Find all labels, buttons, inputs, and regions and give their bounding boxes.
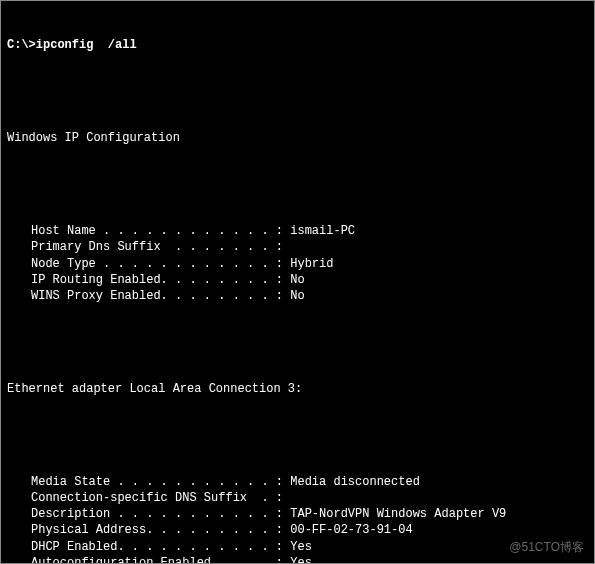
config-value: No: [283, 273, 305, 287]
command-prompt: C:\>ipconfig /all: [7, 37, 588, 53]
config-label: WINS Proxy Enabled. . . . . . . . :: [31, 289, 283, 303]
terminal-output[interactable]: C:\>ipconfig /all Windows IP Configurati…: [1, 1, 594, 564]
adapter3-header: Ethernet adapter Local Area Connection 3…: [7, 381, 588, 397]
adapter3-rows: Media State . . . . . . . . . . . : Medi…: [7, 474, 588, 564]
config-label: Description . . . . . . . . . . . :: [31, 507, 283, 521]
config-value: Hybrid: [283, 257, 333, 271]
config-label: Primary Dns Suffix . . . . . . . :: [31, 240, 283, 254]
config-value: No: [283, 289, 305, 303]
config-label: Node Type . . . . . . . . . . . . :: [31, 257, 283, 271]
config-label: Autoconfiguration Enabled . . . . :: [31, 556, 283, 564]
prompt-text: C:\>ipconfig /all: [7, 38, 137, 52]
config-row: Physical Address. . . . . . . . . : 00-F…: [7, 522, 588, 538]
config-row: Autoconfiguration Enabled . . . . : Yes: [7, 555, 588, 564]
blank-line: [7, 86, 588, 98]
config-row: Connection-specific DNS Suffix . :: [7, 490, 588, 506]
config-row: Node Type . . . . . . . . . . . . : Hybr…: [7, 256, 588, 272]
config-row: WINS Proxy Enabled. . . . . . . . : No: [7, 288, 588, 304]
main-config-rows: Host Name . . . . . . . . . . . . : isma…: [7, 223, 588, 304]
config-value: ismail-PC: [283, 224, 355, 238]
config-label: Host Name . . . . . . . . . . . . :: [31, 224, 283, 238]
config-row: IP Routing Enabled. . . . . . . . : No: [7, 272, 588, 288]
config-row: DHCP Enabled. . . . . . . . . . . : Yes: [7, 539, 588, 555]
config-value: Yes: [283, 556, 312, 564]
blank-line: [7, 179, 588, 191]
config-value: 00-FF-02-73-91-04: [283, 523, 413, 537]
blank-line: [7, 337, 588, 349]
config-row: Host Name . . . . . . . . . . . . : isma…: [7, 223, 588, 239]
blank-line: [7, 430, 588, 442]
config-label: Media State . . . . . . . . . . . :: [31, 475, 283, 489]
config-value: TAP-NordVPN Windows Adapter V9: [283, 507, 506, 521]
config-label: Physical Address. . . . . . . . . :: [31, 523, 283, 537]
config-row: Primary Dns Suffix . . . . . . . :: [7, 239, 588, 255]
config-label: DHCP Enabled. . . . . . . . . . . :: [31, 540, 283, 554]
config-label: IP Routing Enabled. . . . . . . . :: [31, 273, 283, 287]
config-value: Media disconnected: [283, 475, 420, 489]
config-value: Yes: [283, 540, 312, 554]
config-header: Windows IP Configuration: [7, 130, 588, 146]
config-label: Connection-specific DNS Suffix . :: [31, 491, 283, 505]
config-row: Description . . . . . . . . . . . : TAP-…: [7, 506, 588, 522]
config-row: Media State . . . . . . . . . . . : Medi…: [7, 474, 588, 490]
